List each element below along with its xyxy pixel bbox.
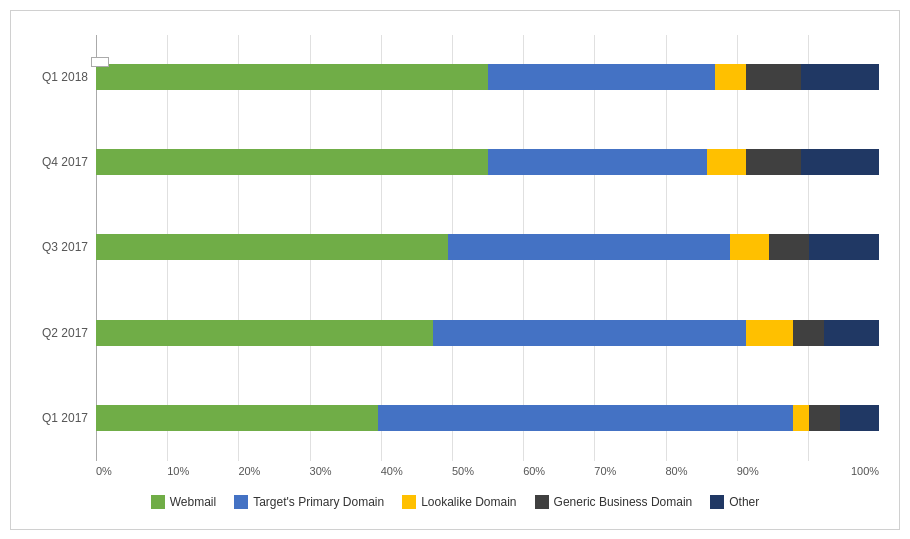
legend-item-targetPrimary[interactable]: Target's Primary Domain xyxy=(234,495,384,509)
legend-label-webmail: Webmail xyxy=(170,495,216,509)
bar-segment-lookalike[interactable] xyxy=(746,320,793,346)
bar-track xyxy=(96,405,879,431)
legend: WebmailTarget's Primary DomainLookalike … xyxy=(31,489,879,509)
bar-segment-targetPrimary[interactable] xyxy=(378,405,793,431)
bar-track xyxy=(96,149,879,175)
bar-segment-genericBusiness[interactable] xyxy=(769,234,808,260)
y-axis-label: Q1 2018 xyxy=(42,70,88,84)
x-axis-label: 0% xyxy=(96,465,167,489)
x-axis-label: 50% xyxy=(452,465,523,489)
bar-segment-lookalike[interactable] xyxy=(715,64,746,90)
bar-row xyxy=(96,403,879,433)
bar-segment-lookalike[interactable] xyxy=(793,405,809,431)
x-axis: 0%10%20%30%40%50%60%70%80%90%100% xyxy=(96,461,879,489)
y-axis-label: Q1 2017 xyxy=(42,411,88,425)
x-axis-label: 80% xyxy=(666,465,737,489)
bar-segment-targetPrimary[interactable] xyxy=(488,64,715,90)
bar-segment-other[interactable] xyxy=(801,149,879,175)
legend-color-targetPrimary xyxy=(234,495,248,509)
bar-track xyxy=(96,320,879,346)
bar-track xyxy=(96,64,879,90)
bar-segment-genericBusiness[interactable] xyxy=(793,320,824,346)
chart-title xyxy=(31,21,879,27)
x-axis-label: 70% xyxy=(594,465,665,489)
bar-row xyxy=(96,318,879,348)
x-axis-label: 40% xyxy=(381,465,452,489)
x-axis-label: 100% xyxy=(808,465,879,489)
bar-segment-webmail[interactable] xyxy=(96,234,448,260)
bars-and-xaxis: 0%10%20%30%40%50%60%70%80%90%100% xyxy=(96,35,879,489)
x-axis-label: 60% xyxy=(523,465,594,489)
legend-label-genericBusiness: Generic Business Domain xyxy=(554,495,693,509)
bar-segment-targetPrimary[interactable] xyxy=(488,149,707,175)
y-axis-label: Q4 2017 xyxy=(42,155,88,169)
legend-color-webmail xyxy=(151,495,165,509)
bar-segment-lookalike[interactable] xyxy=(730,234,769,260)
chart-container: Q1 2018Q4 2017Q3 2017Q2 2017Q1 2017 0%10… xyxy=(10,10,900,530)
bar-row xyxy=(96,232,879,262)
bar-segment-webmail[interactable] xyxy=(96,64,488,90)
bar-segment-targetPrimary[interactable] xyxy=(433,320,746,346)
chart-area: Q1 2018Q4 2017Q3 2017Q2 2017Q1 2017 0%10… xyxy=(31,35,879,489)
legend-label-targetPrimary: Target's Primary Domain xyxy=(253,495,384,509)
bar-segment-webmail[interactable] xyxy=(96,320,433,346)
legend-color-genericBusiness xyxy=(535,495,549,509)
x-axis-label: 30% xyxy=(310,465,381,489)
bar-segment-webmail[interactable] xyxy=(96,149,488,175)
bar-row xyxy=(96,147,879,177)
y-axis-label: Q2 2017 xyxy=(42,326,88,340)
bar-segment-other[interactable] xyxy=(801,64,879,90)
x-axis-label: 10% xyxy=(167,465,238,489)
legend-item-other[interactable]: Other xyxy=(710,495,759,509)
legend-item-webmail[interactable]: Webmail xyxy=(151,495,216,509)
bar-track xyxy=(96,234,879,260)
bar-segment-other[interactable] xyxy=(809,234,879,260)
x-axis-label: 90% xyxy=(737,465,808,489)
legend-color-other xyxy=(710,495,724,509)
x-axis-label: 20% xyxy=(238,465,309,489)
bar-segment-other[interactable] xyxy=(840,405,879,431)
bar-segment-genericBusiness[interactable] xyxy=(746,64,801,90)
y-axis: Q1 2018Q4 2017Q3 2017Q2 2017Q1 2017 xyxy=(31,35,96,489)
legend-item-genericBusiness[interactable]: Generic Business Domain xyxy=(535,495,693,509)
bar-segment-other[interactable] xyxy=(824,320,879,346)
legend-label-lookalike: Lookalike Domain xyxy=(421,495,516,509)
legend-item-lookalike[interactable]: Lookalike Domain xyxy=(402,495,516,509)
tooltip-box[interactable] xyxy=(91,57,109,67)
bar-segment-lookalike[interactable] xyxy=(707,149,746,175)
bar-segment-genericBusiness[interactable] xyxy=(746,149,801,175)
bar-row xyxy=(96,62,879,92)
y-axis-label: Q3 2017 xyxy=(42,240,88,254)
legend-color-lookalike xyxy=(402,495,416,509)
bar-segment-genericBusiness[interactable] xyxy=(809,405,840,431)
legend-label-other: Other xyxy=(729,495,759,509)
bars-section xyxy=(96,35,879,461)
bar-segment-targetPrimary[interactable] xyxy=(448,234,730,260)
bar-segment-webmail[interactable] xyxy=(96,405,378,431)
